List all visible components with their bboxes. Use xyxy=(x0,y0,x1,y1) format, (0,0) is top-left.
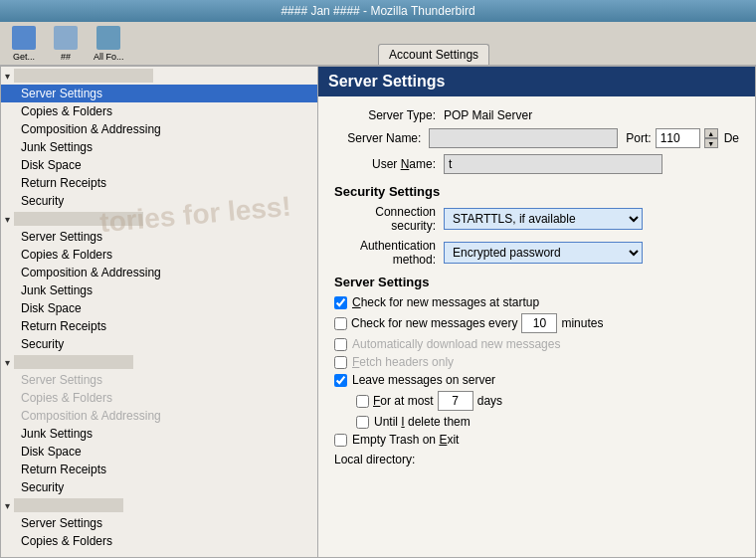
user-name-input[interactable] xyxy=(444,154,662,174)
check-startup-label: Check for new messages at startup xyxy=(352,295,539,309)
sidebar-item-copies-4[interactable]: Copies & Folders xyxy=(1,532,317,550)
sidebar-item-composition-3[interactable]: Composition & Addressing xyxy=(1,407,317,425)
sidebar-item-security-2[interactable]: Security xyxy=(1,335,317,353)
for-at-most-checkbox[interactable] xyxy=(356,395,369,408)
local-directory-row: Local directory: xyxy=(334,453,739,466)
sidebar-item-receipts-3[interactable]: Return Receipts xyxy=(1,461,317,478)
leave-messages-row: Leave messages on server xyxy=(334,373,739,387)
fetch-headers-row: Fetch headers only xyxy=(334,355,739,369)
sidebar-item-junk-1[interactable]: Junk Settings xyxy=(1,138,317,156)
right-panel: Server Settings Server Type: POP Mail Se… xyxy=(318,66,756,558)
until-delete-checkbox[interactable] xyxy=(356,416,369,429)
for-at-most-row: For at most days xyxy=(356,391,739,411)
sidebar-item-receipts-1[interactable]: Return Receipts xyxy=(1,174,317,192)
port-down-button[interactable]: ▼ xyxy=(704,138,718,148)
arrow-icon-4: ▾ xyxy=(5,500,10,511)
for-at-most-label: For at most xyxy=(373,394,434,408)
sidebar-item-junk-2[interactable]: Junk Settings xyxy=(1,281,317,299)
sidebar-account-header-3[interactable]: ▾ xyxy=(1,353,317,371)
for-at-most-days-input[interactable] xyxy=(438,391,473,411)
sidebar-group-3: ▾ Server Settings Copies & Folders Compo… xyxy=(1,353,317,496)
title-bar: #### Jan #### - Mozilla Thunderbird xyxy=(0,0,756,22)
sidebar-item-copies-1[interactable]: Copies & Folders xyxy=(1,102,317,120)
fetch-headers-label: Fetch headers only xyxy=(352,355,454,369)
sidebar-item-security-3[interactable]: Security xyxy=(1,478,317,496)
sidebar-account-header-1[interactable]: ▾ xyxy=(1,67,317,85)
until-delete-row: Until I delete them xyxy=(356,415,739,429)
port-spinners: ▲ ▼ xyxy=(704,128,718,148)
check-every-label: Check for new messages every xyxy=(351,316,517,330)
sidebar-item-receipts-2[interactable]: Return Receipts xyxy=(1,317,317,335)
get-mail-button[interactable]: Get... xyxy=(4,24,44,64)
connection-security-label: Connection security: xyxy=(334,205,444,233)
server-name-input[interactable] xyxy=(429,128,618,148)
arrow-icon-1: ▾ xyxy=(5,71,10,82)
port-label: Port: xyxy=(626,131,651,145)
sidebar-group-1: ▾ Server Settings Copies & Folders Compo… xyxy=(1,67,317,210)
check-startup-checkbox[interactable] xyxy=(334,296,347,309)
sidebar-item-server-settings-3[interactable]: Server Settings xyxy=(1,371,317,389)
sidebar-account-header-4[interactable]: ▾ xyxy=(1,496,317,514)
account-name-3 xyxy=(14,355,133,369)
sidebar-item-composition-2[interactable]: Composition & Addressing xyxy=(1,264,317,281)
empty-trash-checkbox[interactable] xyxy=(334,434,347,447)
server-type-value: POP Mail Server xyxy=(444,108,532,122)
authentication-method-select[interactable]: Encrypted password xyxy=(444,242,643,264)
authentication-method-label: Authentication method: xyxy=(334,239,444,267)
sidebar-item-copies-3[interactable]: Copies & Folders xyxy=(1,389,317,407)
sidebar-item-server-settings-2[interactable]: Server Settings xyxy=(1,228,317,246)
user-name-label: User Name: xyxy=(334,157,444,171)
sidebar: ▾ Server Settings Copies & Folders Compo… xyxy=(0,66,318,558)
arrow-icon-3: ▾ xyxy=(5,357,10,368)
port-up-button[interactable]: ▲ xyxy=(704,128,718,138)
sidebar-group-2: ▾ Server Settings Copies & Folders Compo… xyxy=(1,210,317,353)
sidebar-item-security-1[interactable]: Security xyxy=(1,192,317,210)
days-label: days xyxy=(477,394,502,408)
sidebar-item-disk-3[interactable]: Disk Space xyxy=(1,443,317,461)
empty-trash-label: Empty Trash on Exit xyxy=(352,433,459,447)
sidebar-item-server-settings-1[interactable]: Server Settings xyxy=(1,85,317,102)
authentication-method-row: Authentication method: Encrypted passwor… xyxy=(334,239,739,267)
account-name-4 xyxy=(14,498,123,512)
server-type-label: Server Type: xyxy=(334,108,444,122)
allfolders-button[interactable]: All Fo... xyxy=(88,24,130,64)
minutes-label: minutes xyxy=(561,316,603,330)
leave-messages-label: Leave messages on server xyxy=(352,373,495,387)
sidebar-group-4: ▾ Server Settings Copies & Folders xyxy=(1,496,317,550)
auto-download-label: Automatically download new messages xyxy=(352,337,560,351)
account-settings-tab-label: Account Settings xyxy=(389,48,478,62)
sidebar-item-composition-1[interactable]: Composition & Addressing xyxy=(1,120,317,138)
connection-security-select[interactable]: STARTTLS, if available xyxy=(444,208,643,230)
check-every-minutes-input[interactable] xyxy=(521,313,557,333)
until-delete-label: Until I delete them xyxy=(374,415,471,429)
check-every-row: Check for new messages every minutes xyxy=(334,313,739,333)
security-settings-title: Security Settings xyxy=(334,184,739,199)
sidebar-item-disk-1[interactable]: Disk Space xyxy=(1,156,317,174)
check-every-checkbox[interactable] xyxy=(334,317,347,330)
server-name-label: Server Name: xyxy=(334,131,429,145)
server-settings-section-title: Server Settings xyxy=(334,275,739,289)
empty-trash-row: Empty Trash on Exit xyxy=(334,433,739,447)
auto-download-checkbox[interactable] xyxy=(334,338,347,351)
connection-security-row: Connection security: STARTTLS, if availa… xyxy=(334,205,739,233)
account-settings-tab[interactable]: Account Settings xyxy=(378,44,489,65)
sidebar-item-disk-2[interactable]: Disk Space xyxy=(1,299,317,317)
sidebar-item-server-settings-4[interactable]: Server Settings xyxy=(1,514,317,532)
server-name-row: Server Name: Port: ▲ ▼ De xyxy=(334,128,739,148)
sidebar-item-copies-2[interactable]: Copies & Folders xyxy=(1,246,317,264)
compose-icon xyxy=(54,26,78,50)
account-name-2 xyxy=(14,212,143,226)
leave-messages-checkbox[interactable] xyxy=(334,374,347,387)
user-name-row: User Name: xyxy=(334,154,739,174)
auto-download-row: Automatically download new messages xyxy=(334,337,739,351)
title-text: #### Jan #### - Mozilla Thunderbird xyxy=(281,4,474,18)
sidebar-item-junk-3[interactable]: Junk Settings xyxy=(1,425,317,443)
arrow-icon-2: ▾ xyxy=(5,214,10,225)
server-type-row: Server Type: POP Mail Server xyxy=(334,108,739,122)
local-directory-label: Local directory: xyxy=(334,453,415,466)
port-input[interactable] xyxy=(656,128,700,148)
fetch-headers-checkbox[interactable] xyxy=(334,356,347,369)
sidebar-account-header-2[interactable]: ▾ xyxy=(1,210,317,228)
main-container: ▾ Server Settings Copies & Folders Compo… xyxy=(0,66,756,558)
compose-button[interactable]: ## xyxy=(46,24,86,64)
